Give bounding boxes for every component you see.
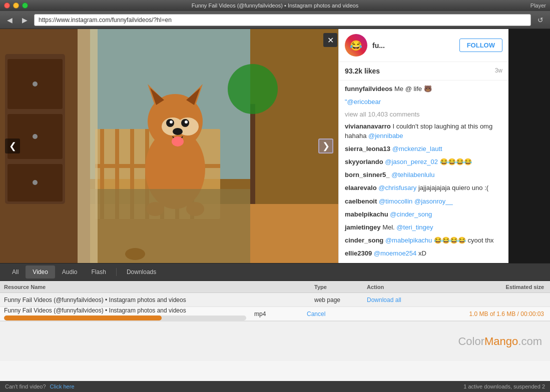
main-content: ❮ ❯ ✕ 😂 fu... FOLLOW 93.2k likes 3w — [0, 29, 550, 263]
ig-post-mention: "@ericobear — [345, 98, 502, 106]
table-header-row: Resource Name Type Action Estimated size — [0, 281, 550, 293]
ig-comment-10: ellie2309 @moemoe254 xD — [345, 249, 502, 258]
ig-profile-header: 😂 fu... FOLLOW — [339, 29, 508, 62]
ig-original-post: funnyfailvideos Me @ life 🐻 — [345, 84, 502, 94]
ig-post-user: funnyfailvideos — [345, 85, 392, 92]
tab-flash[interactable]: Flash — [85, 266, 113, 278]
ig-likes-row: 93.2k likes 3w — [339, 62, 508, 80]
minimize-button[interactable] — [13, 2, 19, 8]
prev-arrow[interactable]: ❮ — [5, 138, 20, 154]
svg-point-9 — [33, 134, 38, 139]
tab-separator — [116, 268, 117, 276]
ig-view-all-comments[interactable]: view all 10,403 comments — [345, 110, 502, 118]
media-section: ❮ ❯ — [0, 29, 338, 263]
downloads-status: 1 active downloads, suspended 2 — [463, 384, 545, 390]
ig-post-time: 3w — [495, 67, 502, 75]
svg-point-30 — [170, 120, 173, 124]
player-label: Player — [530, 2, 546, 8]
svg-point-32 — [173, 128, 183, 135]
brand-mango: Mango — [484, 335, 518, 348]
td-size-2: 1.0 MB of 1.6 MB / 00:00:03 — [363, 310, 550, 318]
close-panel-button[interactable]: ✕ — [323, 33, 337, 47]
tabs-bar: All Video Audio Flash Downloads — [0, 263, 550, 281]
td-name-1: Funny Fail Videos (@funnyfailvideos) • I… — [0, 296, 310, 304]
svg-rect-36 — [90, 189, 250, 263]
instagram-section: ✕ 😂 fu... FOLLOW 93.2k likes 3w funnyfai… — [338, 29, 542, 263]
th-estimated-size: Estimated size — [423, 284, 550, 290]
td-name-2: Funny Fail Videos (@funnyfailvideos) • I… — [0, 307, 250, 320]
td-type-1: web page — [310, 296, 363, 304]
url-bar: ◀ ▶ ↺ — [0, 11, 550, 29]
td-name-text-2: Funny Fail Videos (@funnyfailvideos) • I… — [4, 307, 246, 314]
click-here-link[interactable]: Click here — [50, 384, 75, 390]
th-action: Action — [363, 284, 423, 290]
brand-dotcom: .com — [518, 335, 542, 348]
progress-bar-fill — [4, 316, 162, 320]
ig-comment-3: skyyorlando @jason_perez_02 😂😂😂😂 — [345, 158, 502, 166]
ig-comment-7: mabelpikachu @cinder_song — [345, 210, 502, 219]
th-resource-name: Resource Name — [0, 284, 310, 290]
svg-point-31 — [185, 120, 188, 124]
ig-comment-9: cinder_song @mabelpikachu 😂😂😂😂 cyoot thx — [345, 236, 502, 245]
right-sidebar — [508, 29, 542, 263]
tab-audio[interactable]: Audio — [55, 266, 85, 278]
brand-text: ColorMango.com — [458, 335, 542, 348]
ig-follow-button[interactable]: FOLLOW — [459, 38, 502, 52]
td-action-1[interactable]: Download all — [363, 296, 423, 304]
svg-point-40 — [125, 248, 145, 260]
branding-row: ColorMango.com — [0, 321, 550, 361]
tab-downloads[interactable]: Downloads — [120, 266, 163, 278]
window-title: Funny Fail Videos (@funnyfailvideos) • I… — [192, 2, 358, 8]
ig-comment-11: tnalpenaud @xx_izzy_xxc — [345, 262, 502, 263]
ig-comments-section[interactable]: funnyfailvideos Me @ life 🐻 "@ericobear … — [339, 80, 508, 263]
downloads-table: Resource Name Type Action Estimated size… — [0, 281, 550, 381]
ig-username[interactable]: fu... — [372, 42, 454, 50]
status-left: Can't find video? Click here — [5, 384, 75, 390]
svg-point-10 — [33, 180, 38, 185]
ig-avatar: 😂 — [345, 34, 367, 56]
ig-mention-text: "@ericobear — [345, 98, 381, 106]
title-bar: Funny Fail Videos (@funnyfailvideos) • I… — [0, 0, 550, 11]
ig-comment-8: jamietingey Mel. @teri_tingey — [345, 223, 502, 232]
cancel-link[interactable]: Cancel — [307, 310, 325, 318]
ig-comment-4: born_sinner5_ @tehilabenlulu — [345, 170, 502, 180]
status-bar: Can't find video? Click here 1 active do… — [0, 381, 550, 392]
td-action-2[interactable]: Cancel — [303, 310, 363, 318]
window-controls[interactable] — [4, 2, 28, 8]
back-button[interactable]: ◀ — [4, 14, 15, 26]
close-button[interactable] — [4, 2, 10, 8]
cant-find-text: Can't find video? — [5, 384, 46, 390]
instagram-panel: 😂 fu... FOLLOW 93.2k likes 3w funnyfailv… — [338, 29, 508, 263]
ig-post-text: Me @ life 🐻 — [394, 85, 432, 92]
table-row-1: Funny Fail Videos (@funnyfailvideos) • I… — [0, 293, 550, 307]
ig-comment-5: elaarevalo @chrisfusary jajjajajajaja qu… — [345, 184, 502, 192]
forward-button[interactable]: ▶ — [19, 14, 30, 26]
svg-rect-37 — [250, 104, 255, 204]
reload-button[interactable]: ↺ — [535, 14, 546, 26]
tab-video[interactable]: Video — [26, 266, 55, 278]
table-row-2: Funny Fail Videos (@funnyfailvideos) • I… — [0, 307, 550, 321]
media-background: ❮ ❯ — [0, 29, 338, 263]
progress-bar — [4, 316, 246, 320]
td-type-2: mp4 — [250, 310, 303, 318]
th-type: Type — [310, 284, 363, 290]
ig-likes-count: 93.2k likes — [345, 67, 380, 75]
svg-point-8 — [33, 82, 38, 86]
svg-point-33 — [172, 136, 184, 146]
tab-all[interactable]: All — [5, 266, 26, 278]
download-all-link[interactable]: Download all — [367, 296, 401, 304]
brand-color: Color — [458, 335, 484, 348]
ig-avatar-image: 😂 — [345, 34, 367, 56]
ig-comment-1: viviananavarro I couldn't stop laughing … — [345, 122, 502, 140]
ig-comment-6: caelbenoit @timocollin @jasonroy__ — [345, 197, 502, 206]
url-input[interactable] — [34, 14, 531, 26]
svg-rect-39 — [78, 29, 98, 263]
svg-point-38 — [228, 64, 278, 114]
next-arrow[interactable]: ❯ — [318, 138, 333, 154]
maximize-button[interactable] — [22, 2, 28, 8]
ig-comment-2: sierra_leona13 @mckenzie_lautt — [345, 144, 502, 154]
